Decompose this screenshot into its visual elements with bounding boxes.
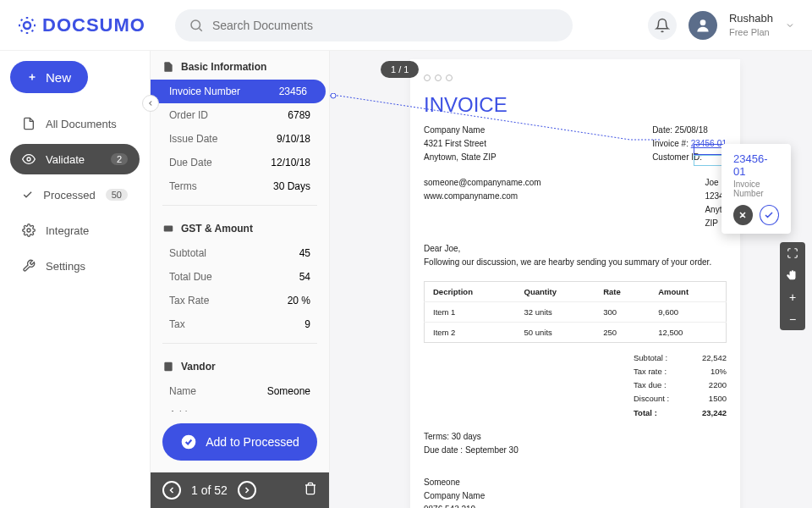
document-icon (162, 61, 174, 73)
chevron-left-icon (146, 99, 155, 108)
field-label: Subtotal (169, 247, 206, 259)
prev-doc-button[interactable] (162, 481, 181, 500)
sidebar-item-label: Processed (43, 189, 95, 202)
section-title: Basic Information (181, 61, 266, 73)
trash-icon (304, 482, 317, 495)
field-value: 9/10/18 (277, 133, 310, 145)
section-title: GST & Amount (181, 223, 253, 235)
field-subtotal[interactable]: Subtotal45 (151, 241, 329, 265)
field-tax[interactable]: Tax9 (151, 312, 329, 336)
document-page[interactable]: INVOICE Company Name 4321 First Street A… (410, 59, 740, 508)
hand-icon (787, 269, 798, 281)
field-value: 45 (299, 247, 310, 259)
delete-button[interactable] (304, 482, 317, 499)
section-vendor: Vandor (151, 351, 329, 379)
count-badge: 2 (111, 153, 128, 165)
documents-icon (22, 117, 36, 130)
doc-web: www.companyname.com (424, 190, 541, 203)
sidebar-item-all-documents[interactable]: All Documents (10, 108, 140, 139)
sidebar-item-integrate[interactable]: Integrate (10, 215, 140, 246)
doc-title: INVOICE (424, 93, 727, 117)
sidebar-item-label: Validate (46, 153, 85, 166)
svg-rect-6 (164, 362, 172, 372)
wrench-icon (22, 259, 36, 273)
panel-footer: 1 of 52 (151, 472, 329, 508)
field-value: 30 Days (273, 180, 310, 192)
field-order-id[interactable]: Order ID6789 (151, 103, 329, 127)
field-value: 9 (304, 318, 310, 330)
section-gst-amount: GST & Amount (151, 213, 329, 241)
section-title: Vandor (181, 361, 216, 373)
doc-addr1: 4321 First Street (424, 137, 497, 151)
pager-text: 1 of 52 (191, 483, 228, 497)
search-icon (189, 18, 204, 33)
logo-text: DOCSUMO (42, 14, 145, 36)
zoom-out-button[interactable]: − (780, 308, 805, 330)
svg-rect-5 (164, 226, 173, 232)
popup-value[interactable]: 23456-01 (733, 152, 779, 178)
fullscreen-button[interactable] (780, 242, 805, 264)
field-value: 23456 (279, 86, 307, 97)
user-avatar[interactable] (689, 11, 717, 40)
field-total-due[interactable]: Total Due54 (151, 265, 329, 289)
count-badge: 50 (106, 189, 128, 201)
search-input[interactable] (212, 19, 559, 32)
popup-cancel-button[interactable] (733, 205, 753, 225)
field-issue-date[interactable]: Issue Date9/10/18 (151, 127, 329, 151)
field-tax-rate[interactable]: Tax Rate20 % (151, 289, 329, 312)
field-label: Total Due (169, 271, 212, 283)
field-vendor-address[interactable]: AddressCompany Name 4321 First Street An… (151, 403, 329, 411)
sidebar-item-validate[interactable]: Validate 2 (10, 144, 140, 174)
popup-confirm-button[interactable] (760, 205, 779, 225)
sidebar-item-settings[interactable]: Settings (10, 251, 140, 281)
next-doc-button[interactable] (238, 481, 256, 500)
add-to-processed-button[interactable]: Add to Processed (162, 423, 317, 461)
field-vendor-name[interactable]: NameSomeone (151, 379, 329, 403)
field-terms[interactable]: Terms30 Days (151, 174, 329, 198)
doc-body: Following our discussion, we are hearby … (424, 256, 727, 269)
field-label: Name (169, 385, 196, 397)
plus-icon (27, 69, 37, 85)
sidebar-item-processed[interactable]: Processed 50 (10, 179, 140, 210)
sidebar-item-label: Integrate (46, 224, 89, 237)
logo: DOCSUMO (17, 14, 145, 36)
field-invoice-number[interactable]: Invoice Number23456 (151, 80, 326, 103)
eye-icon (22, 152, 36, 166)
doc-date-label: Date: (652, 125, 672, 135)
chevron-down-icon[interactable] (785, 20, 795, 30)
money-icon (162, 223, 174, 235)
check-icon (764, 210, 774, 220)
notifications-button[interactable] (648, 11, 677, 40)
avatar-icon (694, 17, 711, 34)
doc-company-name: Company Name (424, 124, 497, 137)
zoom-in-button[interactable]: + (780, 286, 805, 308)
field-value: Someone (267, 385, 310, 397)
field-value: 6789 (288, 109, 310, 121)
field-value: 12/10/18 (271, 157, 310, 168)
field-label: Tax Rate (169, 295, 209, 306)
search-bar[interactable] (175, 9, 573, 41)
doc-cust-label: Customer ID: (652, 151, 727, 164)
new-label: New (46, 70, 71, 85)
doc-addr2: Anytown, State ZIP (424, 151, 497, 164)
sidebar-item-label: All Documents (46, 118, 117, 130)
field-label: Tax (169, 318, 185, 330)
new-button[interactable]: New (10, 61, 88, 93)
field-value: Company Name 4321 First Street Anytown, … (223, 409, 310, 411)
field-due-date[interactable]: Due Date12/10/18 (151, 151, 329, 174)
header: DOCSUMO Rushabh Free Plan (0, 0, 812, 51)
table-row: Item 250 units25012,500 (425, 323, 727, 343)
table-row: Item 132 units3009,600 (425, 302, 727, 323)
user-name: Rushabh (729, 12, 773, 26)
svg-point-3 (27, 157, 30, 161)
page-indicator: 1 / 1 (381, 61, 419, 78)
pan-button[interactable] (780, 264, 805, 286)
user-info[interactable]: Rushabh Free Plan (729, 12, 773, 38)
collapse-button[interactable] (142, 95, 159, 112)
doc-summary: Subtotal :22,542 Tax rate :10% Tax due :… (424, 351, 727, 420)
doc-greeting: Dear Joe, (424, 242, 727, 256)
sidebar: New All Documents Validate 2 Processed 5… (0, 51, 150, 508)
close-icon (738, 210, 748, 220)
user-plan: Free Plan (729, 26, 773, 38)
sidebar-item-label: Settings (46, 260, 85, 273)
